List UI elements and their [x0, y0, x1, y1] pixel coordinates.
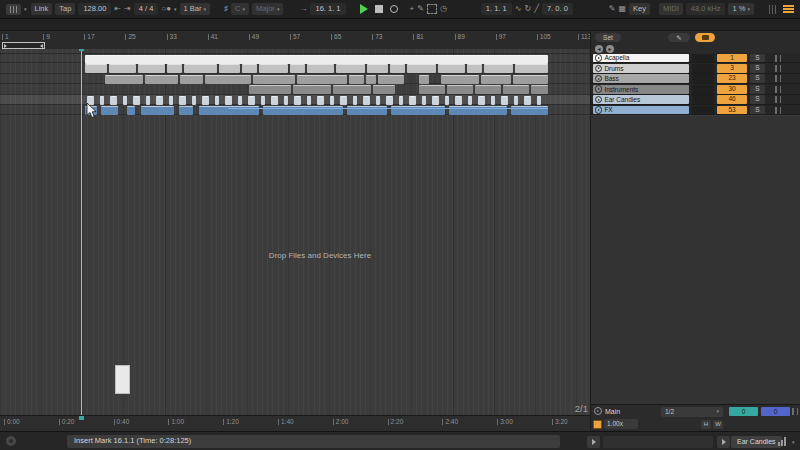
- nudge-back-icon[interactable]: ⇤: [114, 5, 121, 13]
- nudge-forward-icon[interactable]: ⇥: [124, 5, 131, 13]
- clip-instruments[interactable]: [333, 85, 371, 94]
- clip-ear-candies[interactable]: [524, 96, 531, 105]
- tap-tempo-button[interactable]: Tap: [55, 3, 75, 15]
- arrangement-lane-drums[interactable]: [0, 63, 590, 73]
- clip-instruments[interactable]: [531, 85, 548, 94]
- output-meter-icon[interactable]: [778, 437, 786, 446]
- clip-ear-candies[interactable]: [271, 96, 278, 105]
- clip-instruments[interactable]: [503, 85, 529, 94]
- track-name-box[interactable]: Instruments: [593, 85, 689, 94]
- selected-track-play-button[interactable]: [717, 436, 730, 448]
- loop-switch-icon[interactable]: ↻: [524, 5, 531, 13]
- clip-ear-candies[interactable]: [225, 96, 232, 105]
- clip-drums[interactable]: [407, 64, 436, 73]
- metronome-icon[interactable]: ○●: [161, 5, 171, 13]
- track-number-box[interactable]: 53: [717, 106, 747, 115]
- clip-ear-candies[interactable]: [284, 96, 288, 105]
- clip-ear-candies[interactable]: [317, 96, 324, 105]
- clip-ear-candies[interactable]: [537, 96, 541, 105]
- clip-drums[interactable]: [184, 64, 217, 73]
- track-number-box[interactable]: 23: [717, 74, 747, 83]
- track-row[interactable]: FX 53 S: [591, 105, 800, 115]
- stop-button[interactable]: [375, 5, 383, 13]
- solo-button[interactable]: S: [750, 74, 765, 83]
- clip-ear-candies[interactable]: [422, 96, 426, 105]
- clip-ear-candies[interactable]: [514, 96, 518, 105]
- clip-ear-candies[interactable]: [133, 96, 140, 105]
- clip-drums[interactable]: [367, 64, 388, 73]
- track-fold-icon[interactable]: [595, 96, 602, 103]
- clip-ear-candies[interactable]: [491, 96, 495, 105]
- optimize-height-button[interactable]: H: [701, 420, 711, 429]
- grid-interval-menu[interactable]: 1/2 ▾: [661, 407, 723, 417]
- clip-instruments[interactable]: [249, 85, 291, 94]
- playback-speed-display[interactable]: 1.00x: [604, 419, 638, 429]
- clip-ear-candies[interactable]: [409, 96, 416, 105]
- clip-ear-candies[interactable]: [123, 96, 127, 105]
- track-row[interactable]: Bass 23 S: [591, 74, 800, 84]
- add-icon[interactable]: +: [410, 5, 415, 13]
- prev-locator-button[interactable]: ◂: [595, 45, 603, 53]
- arrangement-view[interactable]: Drop Files and Devices Here: [0, 48, 590, 415]
- clip-ear-candies[interactable]: [363, 96, 370, 105]
- clip-bass[interactable]: [180, 75, 203, 84]
- chevron-down-icon[interactable]: ▾: [24, 7, 27, 12]
- track-number-box[interactable]: 1: [717, 54, 747, 63]
- record-button[interactable]: [390, 5, 398, 13]
- insert-marker-time-icon[interactable]: [79, 416, 84, 420]
- track-fold-icon[interactable]: [595, 85, 602, 92]
- track-fold-icon[interactable]: [595, 65, 602, 72]
- track-row[interactable]: Instruments 30 S: [591, 84, 800, 94]
- clip-ear-candies[interactable]: [294, 96, 301, 105]
- midi-map-button[interactable]: MIDI: [659, 3, 683, 15]
- clip-fx[interactable]: [179, 106, 193, 115]
- loop-length-display[interactable]: 7. 0. 0: [542, 3, 573, 15]
- track-row[interactable]: Ear Candies 46 S: [591, 95, 800, 105]
- clip-bass[interactable]: [366, 75, 376, 84]
- clip-ear-candies[interactable]: [432, 96, 439, 105]
- key-root-menu[interactable]: C ▾: [231, 3, 249, 15]
- clip-ear-candies[interactable]: [455, 96, 462, 105]
- clip-ear-candies[interactable]: [386, 96, 393, 105]
- track-name-box[interactable]: Ear Candies: [593, 95, 689, 104]
- clip-ear-candies[interactable]: [202, 96, 209, 105]
- clip-bass[interactable]: [349, 75, 364, 84]
- clip-ear-candies[interactable]: [445, 96, 449, 105]
- solo-button[interactable]: S: [750, 106, 765, 115]
- clip-ear-candies[interactable]: [261, 96, 265, 105]
- key-scale-menu[interactable]: Major ▾: [252, 3, 283, 15]
- key-map-button[interactable]: Key: [629, 3, 650, 15]
- solo-button[interactable]: S: [750, 64, 765, 73]
- track-fold-icon[interactable]: [595, 75, 602, 82]
- clip-ear-candies[interactable]: [169, 96, 173, 105]
- time-signature-display[interactable]: 4 / 4: [134, 3, 159, 15]
- clip-bass[interactable]: [378, 75, 404, 84]
- clip-ear-candies[interactable]: [376, 96, 380, 105]
- clip-ear-candies[interactable]: [156, 96, 163, 105]
- clip-instruments[interactable]: [373, 85, 395, 94]
- cpu-load-display[interactable]: 1 % ▾: [728, 3, 754, 15]
- capture-midi-icon[interactable]: ◷: [440, 5, 447, 13]
- chevron-down-icon[interactable]: ▾: [174, 7, 177, 12]
- optimize-width-button[interactable]: W: [713, 420, 723, 429]
- clip-bass[interactable]: [253, 75, 295, 84]
- track-row[interactable]: Acapella 1 S: [591, 53, 800, 63]
- clip-drums[interactable]: [85, 64, 107, 73]
- quantize-menu[interactable]: 1 Bar ▾: [180, 3, 211, 15]
- clip-instruments[interactable]: [447, 85, 473, 94]
- clip-bass[interactable]: [513, 75, 548, 84]
- track-name-box[interactable]: Drums: [593, 64, 689, 73]
- clip-drums[interactable]: [259, 64, 288, 73]
- clip-fx[interactable]: [101, 106, 118, 115]
- clip-ear-candies[interactable]: [179, 96, 186, 105]
- clip-ear-candies[interactable]: [501, 96, 508, 105]
- clip-drums[interactable]: [219, 64, 240, 73]
- app-options-icon[interactable]: [6, 4, 21, 15]
- set-locator-button[interactable]: Set: [595, 33, 621, 42]
- clip-drums[interactable]: [167, 64, 182, 73]
- track-fold-icon[interactable]: [595, 54, 602, 61]
- clip-bass[interactable]: [205, 75, 251, 84]
- clip-drums[interactable]: [336, 64, 365, 73]
- chevron-down-icon[interactable]: ▾: [792, 440, 795, 445]
- clip-instruments[interactable]: [293, 85, 331, 94]
